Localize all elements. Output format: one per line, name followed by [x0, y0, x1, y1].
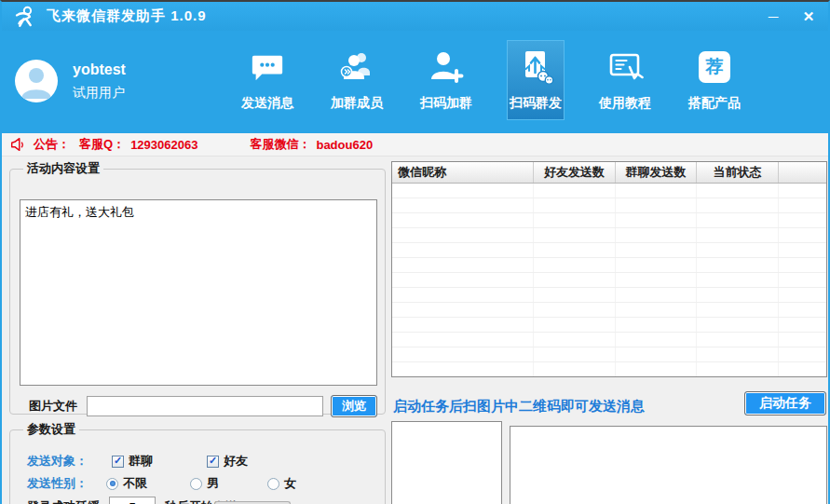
table-cell [392, 243, 534, 257]
megaphone-icon [9, 136, 26, 153]
table-cell [616, 258, 697, 272]
browse-button[interactable]: 浏览 [331, 395, 377, 417]
toolbar-item-recommended-products[interactable]: 荐 搭配产品 [686, 40, 743, 120]
toolbar: 发送消息 加群成员 [238, 40, 743, 120]
table-cell [534, 288, 616, 302]
table-cell [697, 273, 779, 287]
account-status-table: 微信昵称 好友发送数 群聊发送数 当前状态 [391, 161, 827, 377]
toolbar-item-tutorial[interactable]: 使用教程 [596, 40, 654, 120]
table-row [392, 303, 826, 318]
notice-prefix: 公告： [34, 136, 70, 153]
radio-gender-any[interactable]: 不限 [106, 475, 147, 492]
user-name: yobtest [73, 61, 126, 78]
table-cell [534, 258, 616, 272]
table-row [392, 213, 826, 228]
table-cell [697, 333, 779, 347]
table-cell [392, 347, 534, 361]
user-silhouette-icon [15, 60, 58, 102]
table-cell [697, 303, 779, 317]
table-cell [779, 362, 826, 376]
table-cell [779, 184, 826, 198]
radio-icon[interactable] [190, 478, 202, 490]
service-qq-label: 客服Q： [79, 136, 125, 153]
checkbox-friends[interactable]: 好友 [207, 453, 248, 470]
table-cell [534, 213, 616, 227]
checkbox-label: 好友 [224, 453, 248, 470]
window-title: 飞来微信群发助手 1.0.9 [47, 7, 207, 25]
table-cell [697, 198, 779, 212]
app-logo-icon [13, 5, 37, 29]
image-path-input[interactable] [87, 396, 323, 416]
add-group-members-icon [338, 47, 375, 88]
table-cell [697, 347, 779, 361]
table-cell [534, 228, 616, 242]
user-role: 试用用户 [73, 85, 125, 102]
table-cell [779, 273, 826, 287]
start-task-button[interactable]: 启动任务 [744, 391, 826, 415]
qr-code-box [391, 421, 502, 504]
delay-prefix-label: 登录成功延缓 [27, 498, 100, 504]
checkbox-icon[interactable] [112, 456, 124, 468]
column-header-group-send-count[interactable]: 群聊发送数 [616, 162, 697, 183]
table-cell [534, 184, 616, 198]
column-header-nickname[interactable]: 微信昵称 [392, 162, 534, 183]
checkbox-group-chat[interactable]: 群聊 [112, 453, 153, 470]
column-header-extra[interactable] [779, 162, 826, 183]
table-cell [779, 258, 826, 272]
recommend-badge: 荐 [699, 51, 730, 83]
toolbar-item-scan-join-group[interactable]: 扫码加群 [417, 40, 475, 120]
table-row [392, 273, 826, 288]
radio-icon[interactable] [267, 478, 279, 490]
table-cell [616, 347, 697, 361]
header: yobtest 试用用户 发送消息 [2, 31, 828, 133]
table-cell [697, 228, 779, 242]
table-cell [534, 347, 616, 361]
minimize-button[interactable]: ─ [763, 8, 783, 24]
table-cell [697, 243, 779, 257]
param-settings-group: 参数设置 发送对象： 群聊 好友 发送性别： 不限 男 [9, 421, 386, 504]
toolbar-item-send-message[interactable]: 发送消息 [238, 40, 296, 120]
toolbar-item-scan-mass-send[interactable]: 扫码群发 [507, 40, 565, 120]
table-header: 微信昵称 好友发送数 群聊发送数 当前状态 [392, 162, 826, 184]
radio-label: 男 [207, 475, 219, 492]
table-cell [779, 213, 826, 227]
service-qq-value: 1293062063 [130, 138, 197, 152]
toolbar-item-label: 搭配产品 [688, 95, 741, 112]
delay-seconds-input[interactable] [109, 497, 156, 504]
table-cell [534, 273, 616, 287]
checkbox-icon[interactable] [207, 456, 219, 468]
table-cell [616, 184, 697, 198]
table-cell [392, 318, 534, 332]
table-cell [697, 362, 779, 376]
table-cell [616, 362, 697, 376]
task-tip-text: 启动任务后扫图片中二维码即可发送消息 [393, 398, 645, 415]
table-row [392, 362, 826, 377]
toolbar-item-label: 使用教程 [599, 95, 651, 112]
toolbar-item-add-group-members[interactable]: 加群成员 [328, 40, 386, 120]
table-cell [697, 213, 779, 227]
table-body [392, 184, 826, 377]
close-button[interactable]: ✕ [798, 8, 819, 25]
scan-mass-send-icon [517, 47, 554, 88]
radio-icon[interactable] [106, 478, 118, 490]
table-row [392, 333, 826, 347]
table-cell [616, 198, 697, 212]
column-header-friend-send-count[interactable]: 好友发送数 [534, 162, 616, 183]
message-textarea[interactable]: 进店有礼，送大礼包 [20, 199, 377, 386]
table-cell [779, 318, 826, 332]
notice-bar: 公告： 客服Q： 1293062063 客服微信： badou620 [2, 133, 828, 157]
table-cell [779, 333, 826, 347]
table-cell [392, 198, 534, 212]
table-cell [534, 362, 616, 376]
radio-gender-female[interactable]: 女 [267, 475, 296, 492]
radio-gender-male[interactable]: 男 [190, 475, 219, 492]
table-cell [779, 198, 826, 212]
image-file-label: 图片文件 [29, 398, 77, 415]
send-message-icon [249, 47, 286, 88]
title-bar: 飞来微信群发助手 1.0.9 ─ ✕ [2, 2, 828, 31]
scan-join-group-icon [428, 47, 465, 88]
table-cell [392, 273, 534, 287]
table-cell [616, 318, 697, 332]
table-cell [616, 243, 697, 257]
column-header-current-status[interactable]: 当前状态 [697, 162, 779, 183]
